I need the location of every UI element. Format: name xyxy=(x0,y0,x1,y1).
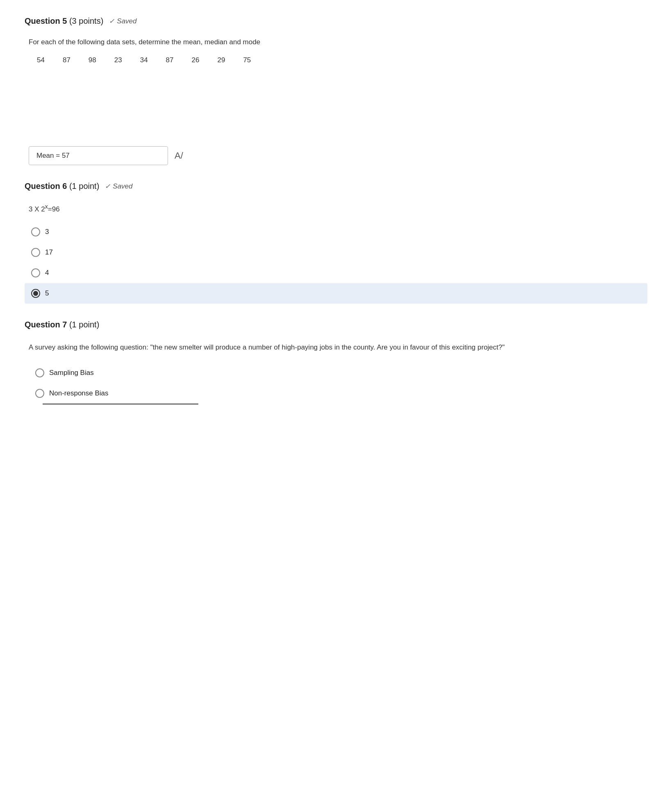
q6-checkmark-icon: ✓ xyxy=(105,182,110,190)
q7-label-non-response: Non-response Bias xyxy=(49,389,109,397)
q5-saved-indicator: ✓ Saved xyxy=(109,17,136,25)
data-val-2: 87 xyxy=(63,56,70,64)
q5-answer-row: A/ xyxy=(29,146,647,165)
q5-instruction: For each of the following data sets, det… xyxy=(29,38,647,46)
spellcheck-icon: A/ xyxy=(175,150,183,161)
q6-label-3: 3 xyxy=(45,228,49,236)
q6-radio-3[interactable] xyxy=(31,227,40,236)
q5-answer-input[interactable] xyxy=(29,146,168,165)
q7-label-sampling: Sampling Bias xyxy=(49,369,94,377)
q6-option-5[interactable]: 5 xyxy=(25,283,647,304)
data-val-8: 29 xyxy=(217,56,225,64)
q7-radio-non-response[interactable] xyxy=(35,389,44,398)
q6-radio-17[interactable] xyxy=(31,248,40,257)
q5-data-set: 54 87 98 23 34 87 26 29 75 xyxy=(37,56,647,64)
q6-radio-4[interactable] xyxy=(31,268,40,277)
data-val-7: 26 xyxy=(192,56,200,64)
underline-decoration xyxy=(43,404,198,404)
q6-option-4[interactable]: 4 xyxy=(25,263,647,283)
question-6-title: Question 6 (1 point) xyxy=(25,182,99,191)
q7-radio-sampling[interactable] xyxy=(35,368,44,377)
q7-body-text: A survey asking the following question: … xyxy=(29,342,647,353)
data-val-1: 54 xyxy=(37,56,45,64)
q6-options: 3 17 4 5 xyxy=(25,222,647,304)
question-6-section: Question 6 (1 point) ✓ Saved 3 X 2x=96 3… xyxy=(25,182,647,304)
question-7-section: Question 7 (1 point) A survey asking the… xyxy=(25,320,647,404)
q6-points: (1 point) xyxy=(69,182,99,191)
question-7-body: A survey asking the following question: … xyxy=(29,342,647,404)
data-val-5: 34 xyxy=(140,56,148,64)
q7-option-sampling-bias[interactable]: Sampling Bias xyxy=(29,363,647,383)
q7-number: Question 7 xyxy=(25,320,67,329)
q6-saved-indicator: ✓ Saved xyxy=(105,182,132,191)
q5-checkmark-icon: ✓ xyxy=(109,17,114,25)
q7-points: (1 point) xyxy=(69,320,99,329)
q6-equation: 3 X 2x=96 xyxy=(29,203,647,213)
question-5-section: Question 5 (3 points) ✓ Saved For each o… xyxy=(25,16,647,165)
q6-radio-5[interactable] xyxy=(31,289,40,298)
data-val-6: 87 xyxy=(166,56,174,64)
q6-label-17: 17 xyxy=(45,248,53,257)
q5-saved-label: Saved xyxy=(117,17,136,25)
q5-number: Question 5 xyxy=(25,16,67,25)
q5-points: (3 points) xyxy=(69,16,103,25)
question-5-title: Question 5 (3 points) xyxy=(25,16,103,26)
q6-label-5: 5 xyxy=(45,289,49,297)
q6-option-3[interactable]: 3 xyxy=(25,222,647,242)
question-6-header: Question 6 (1 point) ✓ Saved xyxy=(25,182,647,191)
data-val-9: 75 xyxy=(243,56,251,64)
q7-option-non-response-bias[interactable]: Non-response Bias xyxy=(29,383,647,404)
question-7-title: Question 7 (1 point) xyxy=(25,320,99,329)
q6-radio-inner-5 xyxy=(33,291,38,296)
question-5-body: For each of the following data sets, det… xyxy=(29,38,647,165)
q6-option-17[interactable]: 17 xyxy=(25,242,647,263)
data-val-3: 98 xyxy=(89,56,96,64)
data-val-4: 23 xyxy=(114,56,122,64)
question-5-header: Question 5 (3 points) ✓ Saved xyxy=(25,16,647,26)
q6-label-4: 4 xyxy=(45,269,49,277)
q6-saved-label: Saved xyxy=(113,182,132,191)
question-7-header: Question 7 (1 point) xyxy=(25,320,647,329)
q7-options: Sampling Bias Non-response Bias xyxy=(29,363,647,404)
q6-number: Question 6 xyxy=(25,182,67,191)
